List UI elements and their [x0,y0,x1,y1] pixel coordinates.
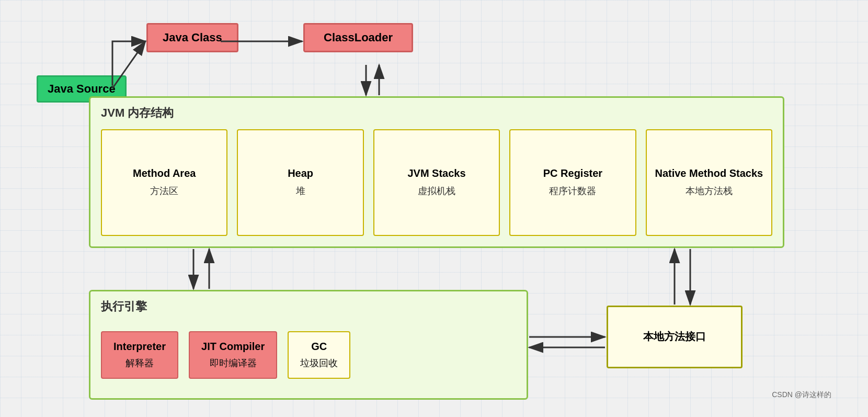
heap-subtitle: 堆 [296,185,305,197]
interpreter-box: Interpreter 解释器 [101,331,178,379]
exec-engine-container: 执行引擎 Interpreter 解释器 JIT Compiler 即时编译器 … [89,290,528,400]
java-source-label: Java Source [48,82,116,95]
method-area-box: Method Area 方法区 [101,129,227,236]
exec-boxes: Interpreter 解释器 JIT Compiler 即时编译器 GC 垃圾… [101,323,350,388]
interpreter-subtitle: 解释器 [125,357,154,369]
pc-register-box: PC Register 程序计数器 [509,129,636,236]
native-method-stacks-title: Native Method Stacks [655,167,763,179]
native-interface-box: 本地方法接口 [607,306,743,368]
watermark: CSDN @诗这样的 [772,390,831,400]
java-class-box: Java Class [146,23,238,52]
jit-compiler-subtitle: 即时编译器 [210,357,257,369]
method-area-title: Method Area [133,167,196,179]
java-class-label: Java Class [163,31,222,44]
jvm-stacks-box: JVM Stacks 虚拟机栈 [373,129,500,236]
exec-engine-label: 执行引擎 [101,299,147,314]
native-interface-label: 本地方法接口 [643,330,706,344]
method-area-subtitle: 方法区 [150,185,178,197]
interpreter-title: Interpreter [113,341,166,353]
pc-register-title: PC Register [543,167,602,179]
heap-title: Heap [288,167,313,179]
memory-boxes: Method Area 方法区 Heap 堆 JVM Stacks 虚拟机栈 P… [101,129,772,236]
jvm-stacks-subtitle: 虚拟机栈 [418,185,455,197]
native-method-stacks-box: Native Method Stacks 本地方法栈 [646,129,772,236]
jit-compiler-box: JIT Compiler 即时编译器 [189,331,277,379]
diagram-container: Java Source Java Class ClassLoader JVM 内… [31,13,837,405]
jvm-memory-label: JVM 内存结构 [101,105,174,121]
jit-compiler-title: JIT Compiler [201,341,265,353]
gc-title: GC [311,341,327,353]
heap-box: Heap 堆 [237,129,363,236]
jvm-memory-container: JVM 内存结构 Method Area 方法区 Heap 堆 JVM Stac… [89,96,784,248]
jvm-stacks-title: JVM Stacks [407,167,465,179]
classloader-label: ClassLoader [324,31,393,44]
pc-register-subtitle: 程序计数器 [549,185,596,197]
native-method-stacks-subtitle: 本地方法栈 [686,185,733,197]
gc-box: GC 垃圾回收 [288,331,350,379]
classloader-box: ClassLoader [303,23,413,52]
gc-subtitle: 垃圾回收 [300,357,338,369]
